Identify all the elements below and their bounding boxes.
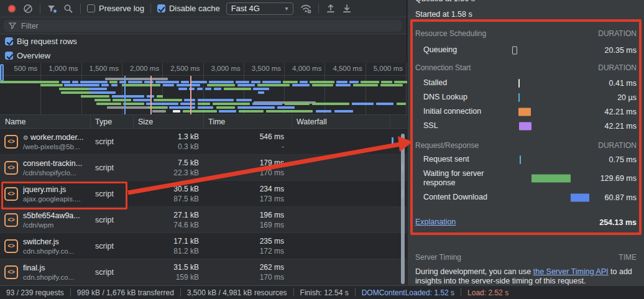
- request-row[interactable]: <>switcher.jscdn.shopify.co...script17.1…: [0, 233, 407, 259]
- overview-waterfall-bar: [285, 103, 310, 105]
- timing-detail-panel: Queued at 1.56 s Started at 1.58 s Resou…: [408, 0, 644, 285]
- overview-waterfall-bar: [101, 84, 109, 86]
- overview-waterfall-bar: [152, 110, 166, 113]
- overview-label[interactable]: Overview: [17, 51, 50, 60]
- overview-waterfall-bar: [236, 99, 252, 101]
- overview-waterfall-bar: [197, 88, 203, 90]
- request-domain: /cdn/shopifyclo...: [23, 169, 82, 177]
- overview-waterfall-bar: [144, 81, 154, 83]
- request-row[interactable]: <>jquery.min.jsajax.googleapis....script…: [0, 181, 407, 207]
- overview-waterfall-bar: [112, 95, 144, 98]
- overview-waterfall-bar: [213, 103, 250, 105]
- timing-phase-label: Content Download: [423, 190, 513, 205]
- request-size-cell: 27.1 kB74.6 kB: [133, 207, 203, 232]
- column-header-waterfall[interactable]: Waterfall: [292, 115, 327, 129]
- overview-waterfall-bar: [214, 88, 221, 90]
- overview-waterfall-bar: [209, 81, 234, 83]
- preserve-log-label[interactable]: Preserve log: [99, 4, 144, 13]
- big-request-rows-option[interactable]: Big request rows: [0, 34, 407, 48]
- timing-phase-bar: [519, 122, 531, 130]
- overview-waterfall-bar: [183, 110, 217, 113]
- request-row[interactable]: <>final.jscdn.shopify.co...script31.5 kB…: [0, 259, 407, 285]
- status-item: 3,500 kB / 4,981 kB resources: [181, 288, 293, 297]
- export-har-button[interactable]: [339, 1, 355, 16]
- column-header-name[interactable]: Name: [0, 115, 25, 129]
- filter-row: Filter: [0, 17, 407, 34]
- overview-waterfall-bar: [394, 81, 407, 83]
- timing-phase-label: Waiting for server response: [423, 167, 513, 190]
- upload-icon: [326, 4, 336, 14]
- overview-waterfall-bar: [334, 110, 353, 113]
- size-resource: 87.5 kB: [173, 195, 199, 203]
- disable-cache-label[interactable]: Disable cache: [169, 4, 220, 13]
- table-scrollbar[interactable]: [401, 134, 405, 284]
- column-header-type[interactable]: Type: [90, 115, 112, 129]
- timing-phase-label: SSL: [423, 119, 513, 133]
- overview-waterfall-bar: [216, 106, 235, 109]
- big-request-rows-label[interactable]: Big request rows: [17, 37, 77, 46]
- timing-phase-value: 0.41 ms: [609, 76, 637, 90]
- checkbox-checked[interactable]: [5, 52, 13, 60]
- overview-window-handle[interactable]: [0, 64, 4, 81]
- request-name: jquery.min.js: [23, 185, 81, 194]
- overview-waterfall-bar: [380, 84, 403, 86]
- time-tick-label: 4,500 ms: [333, 65, 365, 72]
- checkbox-checked[interactable]: [5, 37, 13, 45]
- domcontentloaded-line: [124, 76, 126, 114]
- request-time-cell: 235 ms172 ms: [203, 233, 292, 259]
- timing-phase-label: Stalled: [423, 76, 513, 90]
- overview-waterfall-bar: [154, 99, 182, 101]
- filter-input[interactable]: Filter: [4, 20, 402, 32]
- overview-waterfall-bar: [277, 106, 295, 109]
- filter-toggle-button[interactable]: [44, 1, 60, 16]
- record-button[interactable]: [4, 1, 20, 16]
- request-name-lines: consent-trackin.../cdn/shopifyclo...: [23, 159, 82, 177]
- checkbox-checked[interactable]: [157, 4, 165, 12]
- preserve-log-checkbox[interactable]: Preserve log: [87, 4, 144, 13]
- request-name-cell: <>⚙worker.moder.../web-pixels@5b...: [0, 129, 90, 154]
- overview-waterfall-bar: [257, 84, 290, 86]
- overview-waterfall-bar: [94, 99, 111, 101]
- import-har-button[interactable]: [323, 1, 339, 16]
- column-header-size[interactable]: Size: [133, 115, 153, 129]
- explanation-link[interactable]: Explanation: [415, 218, 456, 226]
- overview-option[interactable]: Overview: [0, 48, 407, 63]
- request-name-cell: <>switcher.jscdn.shopify.co...: [0, 233, 90, 259]
- request-name-cell: <>final.jscdn.shopify.co...: [0, 259, 90, 285]
- request-name-lines: ⚙worker.moder.../web-pixels@5b...: [23, 133, 83, 150]
- network-panel: Preserve log Disable cache Fast 4G ▾: [0, 0, 407, 285]
- timing-phase-bar: [518, 79, 520, 88]
- timing-phase-label: Request sent: [423, 152, 513, 167]
- overview-waterfall-bar: [123, 103, 144, 105]
- clear-button[interactable]: [20, 1, 36, 16]
- request-row[interactable]: <>s5bfe654aw9a.../cdn/wpmscript27.1 kB74…: [0, 207, 407, 233]
- request-domain: /web-pixels@5b...: [23, 143, 83, 150]
- time-latency: 169 ms: [260, 221, 284, 229]
- time-tick-label: 4,000 ms: [292, 65, 324, 72]
- overview-waterfall-bar: [133, 99, 152, 101]
- timing-phase-bar: [571, 193, 589, 201]
- timing-section-title: Resource Scheduling: [415, 29, 486, 38]
- disable-cache-checkbox[interactable]: Disable cache: [157, 4, 220, 13]
- server-timing-api-link[interactable]: the Server Timing API: [533, 267, 609, 276]
- overview-graph[interactable]: 500 ms1,000 ms1,500 ms2,000 ms2,500 ms3,…: [0, 63, 407, 115]
- network-conditions-button[interactable]: [298, 1, 315, 16]
- overview-waterfall-bar: [180, 103, 195, 105]
- gear-icon: ⚙: [23, 134, 29, 141]
- overview-waterfall-bar: [155, 81, 179, 83]
- overview-waterfall-bar: [397, 103, 406, 105]
- clear-icon: [23, 4, 33, 14]
- column-header-time[interactable]: Time: [203, 115, 225, 129]
- request-name-lines: final.jscdn.shopify.co...: [23, 264, 74, 281]
- request-row[interactable]: <>consent-trackin.../cdn/shopifyclo...sc…: [0, 155, 407, 181]
- throttling-select[interactable]: Fast 4G ▾: [226, 2, 293, 15]
- request-row[interactable]: <>⚙worker.moder.../web-pixels@5b...scrip…: [0, 129, 407, 155]
- size-transferred: 7.5 kB: [178, 159, 199, 167]
- total-duration-value: 254.13 ms: [599, 215, 637, 229]
- search-button[interactable]: [60, 1, 76, 16]
- duration-column-header: DURATION: [598, 29, 637, 38]
- size-resource: 22.3 kB: [173, 168, 199, 177]
- timing-phase-label: Queueing: [423, 43, 513, 57]
- request-size-cell: 7.5 kB22.3 kB: [133, 155, 203, 180]
- checkbox-unchecked[interactable]: [87, 4, 95, 12]
